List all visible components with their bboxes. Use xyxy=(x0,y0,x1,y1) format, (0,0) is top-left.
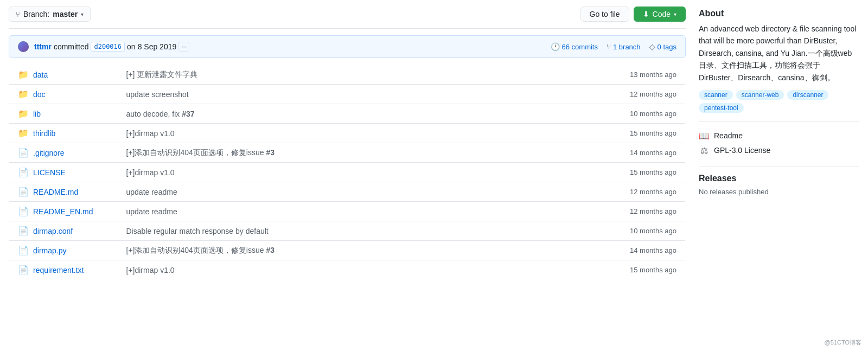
file-link[interactable]: 📄 dirmap.conf xyxy=(18,226,109,236)
file-link[interactable]: 📄 LICENSE xyxy=(18,167,109,177)
time-cell: 15 months ago xyxy=(527,163,686,182)
topic-tag[interactable]: dirscanner xyxy=(787,90,828,100)
topic-tag[interactable]: scanner-web xyxy=(736,90,784,100)
commit-message-cell: update screenshot xyxy=(118,85,527,104)
file-name-cell: 📄 dirmap.conf xyxy=(9,221,118,241)
folder-icon: 📁 xyxy=(18,89,29,99)
file-name-cell: 📁 doc xyxy=(9,85,118,104)
table-row: 📄 README.md update readme 12 months ago xyxy=(9,182,686,202)
file-link[interactable]: 📁 lib xyxy=(18,109,109,119)
file-name: lib xyxy=(33,110,41,118)
table-row: 📄 dirmap.py [+]添加自动识别404页面选项，修复issue #3 … xyxy=(9,241,686,260)
file-name: dirmap.conf xyxy=(33,227,73,235)
file-link[interactable]: 📁 data xyxy=(18,69,109,80)
commit-message-cell: update readme xyxy=(118,182,527,202)
table-row: 📁 data [+] 更新泄露文件字典 13 months ago xyxy=(9,65,686,85)
issue-link[interactable]: #37 xyxy=(182,110,194,118)
license-link[interactable]: ⚖ GPL-3.0 License xyxy=(699,143,859,158)
about-description: An advanced web directory & file scannin… xyxy=(699,23,859,84)
toolbar-right: Go to file ⬇ Code ▾ xyxy=(580,7,686,22)
file-icon: 📄 xyxy=(18,187,29,197)
commit-row: tttmr committed d200016 on 8 Sep 2019 ··… xyxy=(9,35,686,58)
file-name: data xyxy=(33,71,48,79)
table-row: 📄 requirement.txt [+]dirmap v1.0 15 mont… xyxy=(9,260,686,280)
file-name: thirdlib xyxy=(33,129,55,138)
committed-text: committed xyxy=(54,42,89,51)
file-name-cell: 📄 .gitignore xyxy=(9,143,118,163)
issue-link[interactable]: #3 xyxy=(266,148,275,157)
time-cell: 10 months ago xyxy=(527,104,686,124)
time-cell: 10 months ago xyxy=(527,221,686,241)
time-cell: 12 months ago xyxy=(527,202,686,221)
license-label: GPL-3.0 License xyxy=(714,146,770,155)
file-link[interactable]: 📁 thirdlib xyxy=(18,128,109,138)
time-cell: 12 months ago xyxy=(527,85,686,104)
commit-message-cell: [+]添加自动识别404页面选项，修复issue #3 xyxy=(118,143,527,163)
time-cell: 12 months ago xyxy=(527,182,686,202)
commits-count: 66 commits xyxy=(562,43,598,51)
file-name: requirement.txt xyxy=(33,266,84,275)
file-link[interactable]: 📄 .gitignore xyxy=(18,148,109,158)
time-cell: 14 months ago xyxy=(527,143,686,163)
readme-link[interactable]: 📖 Readme xyxy=(699,129,859,143)
branch-name: master xyxy=(53,10,78,18)
topic-tag[interactable]: pentest-tool xyxy=(699,103,744,113)
table-row: 📄 LICENSE [+]dirmap v1.0 15 months ago xyxy=(9,163,686,182)
commit-stats: 🕐 66 commits ⑂ 1 branch ◇ 0 tags xyxy=(551,42,676,51)
table-row: 📁 lib auto decode, fix #37 10 months ago xyxy=(9,104,686,124)
file-name-cell: 📄 requirement.txt xyxy=(9,260,118,280)
branch-icon: ⑂ xyxy=(16,10,20,18)
file-name: LICENSE xyxy=(33,168,66,177)
file-name: dirmap.py xyxy=(33,246,66,255)
issue-link[interactable]: #3 xyxy=(266,246,275,254)
file-link[interactable]: 📄 requirement.txt xyxy=(18,265,109,275)
file-icon: 📄 xyxy=(18,265,29,275)
tags-stat[interactable]: ◇ 0 tags xyxy=(649,42,676,51)
branch-selector[interactable]: ⑂ Branch: master ▾ xyxy=(9,7,91,22)
avatar xyxy=(18,41,29,52)
folder-icon: 📁 xyxy=(18,128,29,138)
topic-tag[interactable]: scanner xyxy=(699,90,733,100)
file-table: 📁 data [+] 更新泄露文件字典 13 months ago 📁 doc … xyxy=(9,65,686,280)
file-name: doc xyxy=(33,90,46,99)
file-name-cell: 📄 README_EN.md xyxy=(9,202,118,221)
time-cell: 14 months ago xyxy=(527,241,686,260)
file-link[interactable]: 📁 doc xyxy=(18,89,109,99)
code-label: Code xyxy=(653,10,671,18)
branch-label: Branch: xyxy=(23,10,49,18)
commit-author[interactable]: tttmr xyxy=(34,42,52,51)
file-name: .gitignore xyxy=(33,149,65,157)
commit-message-cell: auto decode, fix #37 xyxy=(118,104,527,124)
clock-icon: 🕐 xyxy=(551,42,560,51)
no-releases-text: No releases published xyxy=(699,188,859,196)
commit-info: tttmr committed d200016 on 8 Sep 2019 ··… xyxy=(34,42,545,52)
scale-icon: ⚖ xyxy=(699,145,710,156)
releases-section: Releases No releases published xyxy=(699,167,859,196)
file-name-cell: 📄 dirmap.py xyxy=(9,241,118,260)
commit-dots[interactable]: ··· xyxy=(178,42,189,52)
table-row: 📄 dirmap.conf Disable regular match resp… xyxy=(9,221,686,241)
file-name: README_EN.md xyxy=(33,207,93,216)
file-link[interactable]: 📄 README_EN.md xyxy=(18,206,109,216)
download-icon: ⬇ xyxy=(643,10,649,18)
commits-stat[interactable]: 🕐 66 commits xyxy=(551,42,598,51)
time-cell: 13 months ago xyxy=(527,65,686,85)
releases-title: Releases xyxy=(699,174,859,183)
branches-stat[interactable]: ⑂ 1 branch xyxy=(607,42,641,51)
table-row: 📄 README_EN.md update readme 12 months a… xyxy=(9,202,686,221)
readme-label: Readme xyxy=(714,131,743,140)
file-name-cell: 📁 data xyxy=(9,65,118,85)
file-link[interactable]: 📄 dirmap.py xyxy=(18,245,109,256)
file-name-cell: 📄 README.md xyxy=(9,182,118,202)
code-button[interactable]: ⬇ Code ▾ xyxy=(634,7,686,22)
go-to-file-button[interactable]: Go to file xyxy=(580,7,629,22)
branch-count: 1 branch xyxy=(613,43,641,51)
commit-message-cell: [+] 更新泄露文件字典 xyxy=(118,65,527,85)
commit-sha[interactable]: d200016 xyxy=(91,42,125,52)
time-cell: 15 months ago xyxy=(527,260,686,280)
commit-message-cell: [+]dirmap v1.0 xyxy=(118,260,527,280)
file-link[interactable]: 📄 README.md xyxy=(18,187,109,197)
commit-date: 8 Sep 2019 xyxy=(138,42,177,51)
tag-count: 0 tags xyxy=(658,43,676,51)
commit-message-cell: [+]dirmap v1.0 xyxy=(118,163,527,182)
